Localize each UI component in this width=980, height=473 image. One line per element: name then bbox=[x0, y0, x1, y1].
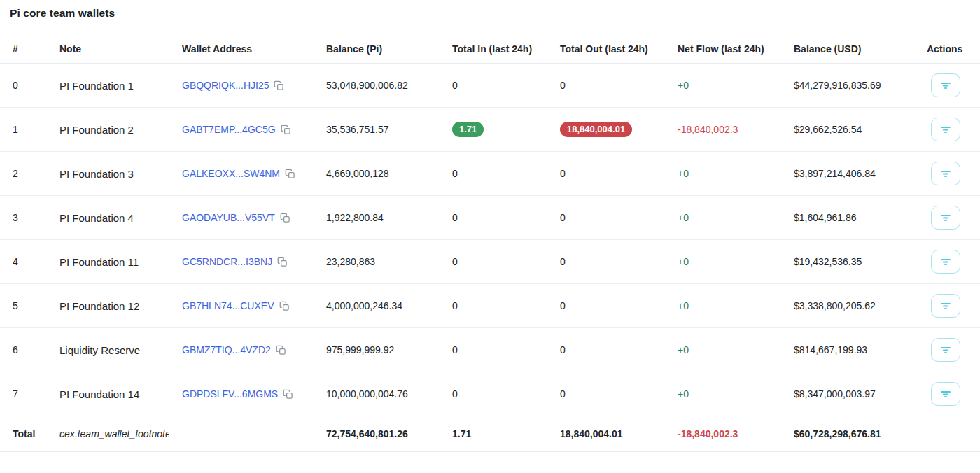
total-in-cell: 0 bbox=[440, 152, 547, 196]
actions-cell bbox=[914, 284, 980, 328]
row-actions-button[interactable] bbox=[931, 162, 960, 185]
row-actions-button[interactable] bbox=[931, 382, 960, 406]
total-label: Total bbox=[0, 416, 47, 452]
filter-lines-icon bbox=[940, 345, 951, 355]
net-flow-cell: +0 bbox=[665, 240, 781, 284]
wallet-address-link[interactable]: GABT7EMP...4GC5G bbox=[182, 124, 276, 135]
row-actions-button[interactable] bbox=[931, 338, 960, 362]
row-actions-button[interactable] bbox=[931, 118, 960, 141]
copy-icon bbox=[274, 83, 284, 93]
column-header-total-out: Total Out (last 24h) bbox=[547, 36, 665, 64]
note-cell: PI Foundation 11 bbox=[47, 240, 169, 284]
total-out-cell: 18,840,004.01 bbox=[547, 108, 665, 152]
row-actions-button[interactable] bbox=[931, 73, 960, 97]
row-actions-button[interactable] bbox=[931, 250, 960, 274]
wallet-address-link[interactable]: GC5RNDCR...I3BNJ bbox=[182, 256, 272, 267]
copy-icon bbox=[276, 347, 286, 358]
column-header-net-flow: Net Flow (last 24h) bbox=[665, 36, 781, 64]
row-actions-button[interactable] bbox=[931, 206, 960, 230]
row-index-cell: 5 bbox=[0, 284, 47, 328]
wallet-address-link[interactable]: GBMZ7TIQ...4VZD2 bbox=[182, 344, 271, 355]
net-flow-value: +0 bbox=[678, 168, 689, 179]
filter-lines-icon bbox=[940, 301, 951, 311]
total-in-value: 1.71 bbox=[440, 416, 547, 452]
total-out-cell: 0 bbox=[547, 328, 665, 372]
note-cell: Liquidity Reserve bbox=[47, 328, 169, 372]
column-header-wallet-address: Wallet Address bbox=[169, 36, 314, 64]
column-header-total-in: Total In (last 24h) bbox=[440, 36, 547, 64]
copy-address-button[interactable] bbox=[285, 169, 295, 179]
actions-cell bbox=[914, 328, 980, 372]
wallet-address-link[interactable]: GB7HLN74...CUXEV bbox=[182, 300, 274, 311]
balance-pi-cell: 53,048,900,006.82 bbox=[314, 64, 440, 108]
balance-pi-cell: 10,000,000,004.76 bbox=[314, 372, 440, 416]
copy-address-button[interactable] bbox=[281, 125, 291, 135]
total-balance-pi: 72,754,640,801.26 bbox=[314, 416, 440, 452]
actions-cell bbox=[914, 196, 980, 240]
page-title: Pi core team wallets bbox=[10, 6, 980, 20]
net-flow-value: +0 bbox=[678, 212, 689, 223]
filter-lines-icon bbox=[940, 389, 951, 399]
copy-icon bbox=[285, 171, 295, 181]
note-cell: PI Foundation 12 bbox=[47, 284, 169, 328]
total-row: Total cex.team_wallet_footnote 72,754,64… bbox=[0, 416, 980, 452]
balance-pi-cell: 4,669,000,128 bbox=[314, 152, 440, 196]
balance-usd-cell: $19,432,536.35 bbox=[781, 240, 914, 284]
copy-address-button[interactable] bbox=[277, 257, 288, 267]
balance-pi-cell: 4,000,000,246.34 bbox=[314, 284, 440, 328]
net-flow-cell: +0 bbox=[665, 372, 781, 416]
table-row: 5PI Foundation 12GB7HLN74...CUXEV4,000,0… bbox=[0, 284, 980, 328]
actions-cell bbox=[914, 372, 980, 416]
total-in-badge: 1.71 bbox=[452, 122, 484, 137]
balance-usd-cell: $1,604,961.86 bbox=[781, 196, 914, 240]
table-row: 4PI Foundation 11GC5RNDCR...I3BNJ23,280,… bbox=[0, 240, 980, 284]
total-out-cell: 0 bbox=[547, 196, 665, 240]
wallet-address-cell: GDPDSLFV...6MGMS bbox=[169, 372, 314, 416]
table-row: 0PI Foundation 1GBQQRIQK...HJI2553,048,9… bbox=[0, 64, 980, 108]
row-index-cell: 3 bbox=[0, 196, 47, 240]
wallet-address-cell: GABT7EMP...4GC5G bbox=[169, 108, 314, 152]
wallet-address-cell: GALKEOXX...SW4NM bbox=[169, 152, 314, 196]
note-cell: PI Foundation 2 bbox=[47, 108, 169, 152]
net-flow-cell: +0 bbox=[665, 196, 781, 240]
balance-usd-cell: $814,667,199.93 bbox=[781, 328, 914, 372]
wallet-address-link[interactable]: GAODAYUB...V55VT bbox=[182, 212, 275, 223]
wallet-address-link[interactable]: GALKEOXX...SW4NM bbox=[182, 168, 280, 179]
balance-usd-cell: $29,662,526.54 bbox=[781, 108, 914, 152]
copy-address-button[interactable] bbox=[279, 301, 290, 311]
row-actions-button[interactable] bbox=[931, 294, 960, 318]
note-cell: PI Foundation 1 bbox=[47, 64, 169, 108]
filter-lines-icon bbox=[940, 125, 951, 134]
copy-address-button[interactable] bbox=[276, 345, 286, 355]
wallet-address-cell: GB7HLN74...CUXEV bbox=[169, 284, 314, 328]
row-index-cell: 0 bbox=[0, 64, 47, 108]
total-out-value: 18,840,004.01 bbox=[547, 416, 665, 452]
copy-address-button[interactable] bbox=[283, 389, 293, 400]
total-out-cell: 0 bbox=[547, 372, 665, 416]
net-flow-cell: -18,840,002.3 bbox=[665, 108, 781, 152]
net-flow-value: +0 bbox=[678, 344, 689, 355]
net-flow-value: +0 bbox=[678, 388, 689, 400]
total-in-cell: 0 bbox=[440, 64, 547, 108]
total-wallet-empty bbox=[169, 416, 314, 452]
wallet-address-cell: GC5RNDCR...I3BNJ bbox=[169, 240, 314, 284]
column-header-actions: Actions bbox=[914, 36, 980, 64]
wallet-address-link[interactable]: GBQQRIQK...HJI25 bbox=[182, 80, 269, 91]
row-index-cell: 4 bbox=[0, 240, 47, 284]
copy-address-button[interactable] bbox=[274, 80, 284, 91]
wallet-address-link[interactable]: GDPDSLFV...6MGMS bbox=[182, 388, 278, 400]
column-header-balance-usd: Balance (USD) bbox=[781, 36, 914, 64]
copy-address-button[interactable] bbox=[280, 213, 290, 223]
filter-lines-icon bbox=[940, 213, 951, 223]
net-flow-value: +0 bbox=[678, 300, 689, 311]
total-out-cell: 0 bbox=[547, 284, 665, 328]
actions-cell bbox=[914, 64, 980, 108]
table-row: 7PI Foundation 14GDPDSLFV...6MGMS10,000,… bbox=[0, 372, 980, 416]
total-in-cell: 0 bbox=[440, 196, 547, 240]
balance-usd-cell: $44,279,916,835.69 bbox=[781, 64, 914, 108]
column-header-balance-pi: Balance (Pi) bbox=[314, 36, 440, 64]
copy-icon bbox=[277, 259, 288, 269]
wallet-address-cell: GBQQRIQK...HJI25 bbox=[169, 64, 314, 108]
column-header-index: # bbox=[0, 36, 47, 64]
note-cell: PI Foundation 14 bbox=[47, 372, 169, 416]
